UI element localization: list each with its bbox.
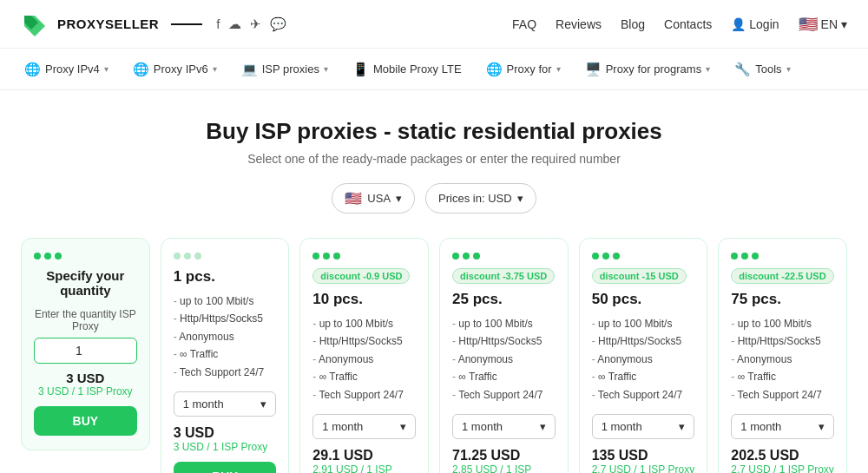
- discount-badge: discount -22.5 USD: [731, 268, 833, 284]
- month-chevron-icon: ▾: [400, 420, 406, 433]
- filter-row: 🇺🇸 USA ▾ Prices in: USD ▾: [21, 183, 847, 214]
- currency-label: Prices in: USD: [438, 192, 512, 205]
- cat-proxy-ipv6-label: Proxy IPv6: [154, 62, 208, 76]
- feature-item: Tech Support 24/7: [731, 386, 834, 404]
- buy-button-1[interactable]: BUY: [174, 462, 277, 473]
- month-selector[interactable]: 1 month ▾: [312, 414, 416, 439]
- dot-2: [323, 253, 330, 259]
- blog-link[interactable]: Blog: [621, 17, 645, 31]
- cat-proxy-programs-label: Proxy for programs: [606, 62, 702, 76]
- proxy-ipv6-icon: 🌐: [133, 62, 149, 77]
- feature-item: up to 100 Mbit/s: [592, 315, 695, 332]
- quantity-input[interactable]: [34, 338, 137, 364]
- card-price-per: 2.85 USD / 1 ISP Proxy: [452, 463, 556, 473]
- feature-item: Http/Https/Socks5: [312, 332, 416, 350]
- country-selector[interactable]: 🇺🇸 USA ▾: [332, 183, 415, 214]
- card-dots: [731, 253, 834, 259]
- currency-chevron-icon: ▾: [517, 192, 523, 205]
- card-features: up to 100 Mbit/s Http/Https/Socks5 Anony…: [592, 315, 695, 404]
- category-nav: 🌐 Proxy IPv4 ▾ 🌐 Proxy IPv6 ▾ 💻 ISP prox…: [0, 49, 868, 90]
- card-dots: [592, 253, 695, 259]
- top-nav-right: FAQ Reviews Blog Contacts 👤 Login 🇺🇸 EN …: [512, 15, 847, 34]
- login-button[interactable]: 👤 Login: [731, 17, 779, 31]
- cat-mobile-label: Mobile Proxy LTE: [373, 62, 462, 76]
- specify-title: Specify your quantity: [34, 268, 137, 298]
- tools-icon: 🔧: [734, 62, 751, 77]
- feature-item: up to 100 Mbit/s: [174, 292, 277, 310]
- feature-item: Anonymous: [731, 351, 834, 368]
- month-label: 1 month: [740, 420, 781, 433]
- month-chevron-icon: ▾: [540, 420, 546, 433]
- facebook-icon[interactable]: f: [216, 16, 220, 31]
- month-selector[interactable]: 1 month ▾: [592, 414, 695, 439]
- feature-item: Anonymous: [174, 328, 277, 345]
- contacts-link[interactable]: Contacts: [664, 17, 712, 31]
- cat-isp-proxies[interactable]: 💻 ISP proxies ▾: [231, 56, 339, 82]
- skype-icon[interactable]: ☁: [228, 16, 241, 32]
- language-selector[interactable]: 🇺🇸 EN ▾: [799, 15, 847, 34]
- card-features: up to 100 Mbit/s Http/Https/Socks5 Anony…: [731, 315, 834, 404]
- package-card-25: discount -3.75 USD 25 pcs. up to 100 Mbi…: [439, 238, 569, 473]
- feature-item: Http/Https/Socks5: [452, 332, 556, 350]
- specify-input-label: Enter the quantity ISP Proxy: [34, 308, 137, 332]
- feature-item: Tech Support 24/7: [174, 364, 277, 381]
- reviews-link[interactable]: Reviews: [556, 17, 602, 31]
- card-price-per: 2.7 USD / 1 ISP Proxy: [731, 463, 834, 473]
- feature-item: ∞ Traffic: [592, 368, 695, 385]
- feature-item: Anonymous: [312, 351, 416, 368]
- cat-proxy-programs[interactable]: 🖥️ Proxy for programs ▾: [575, 56, 721, 82]
- lang-chevron-icon: ▾: [841, 17, 847, 31]
- month-selector[interactable]: 1 month ▾: [452, 414, 556, 439]
- cat-proxy-ipv4[interactable]: 🌐 Proxy IPv4 ▾: [14, 56, 119, 82]
- lang-label: EN: [821, 17, 838, 31]
- cat-proxy-ipv6[interactable]: 🌐 Proxy IPv6 ▾: [122, 56, 227, 82]
- cat-proxy-for-label: Proxy for: [507, 62, 552, 76]
- month-label: 1 month: [322, 420, 363, 433]
- card-price-total: 135 USD: [592, 448, 695, 463]
- discount-badge: discount -15 USD: [592, 268, 687, 284]
- cat-tools[interactable]: 🔧 Tools ▾: [724, 56, 800, 82]
- dot-3: [194, 253, 201, 259]
- chat-icon[interactable]: 💬: [270, 16, 286, 32]
- isp-proxies-icon: 💻: [241, 62, 258, 77]
- cat-proxy-for[interactable]: 🌐 Proxy for ▾: [476, 56, 571, 82]
- card-dots: [174, 253, 277, 259]
- mobile-proxy-icon: 📱: [352, 62, 369, 77]
- currency-selector[interactable]: Prices in: USD ▾: [425, 183, 536, 214]
- dot-3: [333, 253, 340, 259]
- dot-1: [731, 253, 738, 259]
- page-subtitle: Select one of the ready-made packages or…: [21, 152, 847, 166]
- feature-item: ∞ Traffic: [731, 368, 834, 385]
- month-selector[interactable]: 1 month ▾: [731, 414, 834, 439]
- flag-icon: 🇺🇸: [799, 15, 818, 34]
- feature-item: Tech Support 24/7: [312, 386, 416, 404]
- dot-1: [174, 253, 181, 259]
- feature-item: up to 100 Mbit/s: [731, 315, 834, 332]
- faq-link[interactable]: FAQ: [512, 17, 536, 31]
- cat-proxy-ipv4-label: Proxy IPv4: [45, 62, 100, 76]
- month-selector[interactable]: 1 month ▾: [174, 391, 277, 417]
- specify-buy-button[interactable]: BUY: [34, 406, 137, 436]
- telegram-icon[interactable]: ✈: [250, 16, 261, 32]
- dot-3: [55, 253, 62, 259]
- cards-row: Specify your quantity Enter the quantity…: [21, 238, 847, 473]
- chevron-programs-icon: ▾: [706, 64, 710, 74]
- package-card-1: 1 pcs. up to 100 Mbit/s Http/Https/Socks…: [161, 238, 290, 473]
- feature-item: up to 100 Mbit/s: [452, 315, 556, 332]
- card-dots: [452, 253, 556, 259]
- specify-price-per: 3 USD / 1 ISP Proxy: [34, 385, 137, 397]
- chevron-proxy-for-icon: ▾: [556, 64, 561, 74]
- main-content: Buy ISP proxies - static residential pro…: [0, 90, 868, 473]
- specify-card: Specify your quantity Enter the quantity…: [21, 238, 150, 450]
- package-card-75: discount -22.5 USD 75 pcs. up to 100 Mbi…: [718, 238, 847, 473]
- card-features: up to 100 Mbit/s Http/Https/Socks5 Anony…: [174, 292, 277, 381]
- proxy-ipv4-icon: 🌐: [24, 62, 41, 77]
- dot-1: [312, 253, 319, 259]
- feature-item: up to 100 Mbit/s: [312, 315, 416, 332]
- cat-mobile-proxy[interactable]: 📱 Mobile Proxy LTE: [342, 56, 472, 82]
- card-price-total: 29.1 USD: [312, 448, 416, 463]
- dot-1: [592, 253, 599, 259]
- card-price-total: 71.25 USD: [452, 448, 556, 463]
- logo-divider: [171, 23, 202, 25]
- month-label: 1 month: [183, 397, 224, 411]
